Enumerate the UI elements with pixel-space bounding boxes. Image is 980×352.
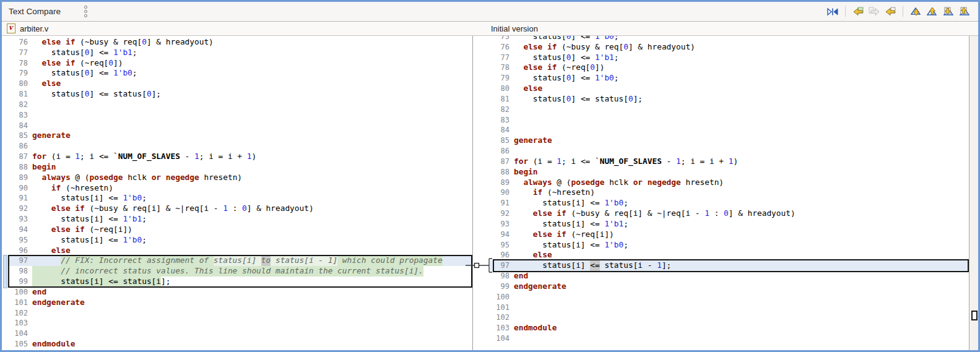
line-number: 79 [490, 73, 514, 84]
copy-change-right-to-left-icon[interactable] [882, 5, 898, 19]
code-line: 97 // FIX: Incorrect assignment of statu… [8, 255, 472, 266]
code-token: ; [132, 68, 137, 79]
code-token: ] & hreadyout) [628, 42, 695, 53]
code-line: 91 status[i] <= 1'b0; [490, 198, 969, 208]
code-line: 94 else if (~req[i]) [8, 225, 472, 235]
code-token: else [523, 84, 542, 94]
left-editor[interactable]: 76 else if (~busy & req[0] & hreadyout)7… [8, 36, 473, 351]
overview-ruler[interactable] [969, 36, 978, 351]
code-token: ; i = i + [681, 157, 729, 167]
pane-title-row: v arbiter.v Initial version [2, 22, 978, 36]
code-token: status[ [514, 94, 566, 105]
code-line: 104 [8, 328, 472, 339]
code-token: else if [51, 204, 85, 214]
code-line: 82 [8, 100, 472, 110]
line-number: 103 [8, 318, 32, 328]
code-token [643, 178, 648, 188]
copy-change-left-to-right-icon[interactable] [866, 5, 882, 19]
line-number: 83 [490, 115, 514, 126]
copy-all-right-to-left-icon[interactable] [850, 5, 866, 19]
code-token: posedge [89, 173, 123, 183]
code-token: ; [614, 36, 619, 42]
line-number: 99 [8, 277, 32, 287]
line-number: 85 [8, 131, 32, 141]
line-number: 86 [8, 141, 32, 152]
code-token: endgenerate [32, 298, 85, 308]
line-number: 84 [490, 125, 514, 135]
code-token: status[i] <= status[i [32, 277, 161, 287]
code-token: 0 [85, 89, 90, 100]
line-number: 101 [8, 298, 32, 308]
left-code-area[interactable]: 76 else if (~busy & req[0] & hreadyout)7… [8, 36, 472, 350]
code-token [32, 79, 41, 89]
line-number: 89 [8, 173, 32, 183]
code-token: status[i] <= [514, 198, 604, 208]
code-line: 100end [8, 287, 472, 298]
right-editor[interactable]: 75 status[0] <= 1'b0;76 else if (~busy &… [490, 36, 969, 351]
right-code-area[interactable]: 75 status[0] <= 1'b0;76 else if (~busy &… [490, 36, 969, 344]
toolbar-separator [845, 6, 846, 17]
code-token: status[ [32, 89, 85, 100]
code-token: status[ [32, 48, 85, 58]
code-token [514, 62, 523, 73]
code-line: 76 else if (~busy & req[0] & hreadyout) [8, 37, 472, 48]
next-difference-icon[interactable] [908, 5, 924, 19]
code-token: status[i] [514, 260, 590, 271]
code-token: 0 [628, 94, 633, 105]
overview-diff-marker[interactable] [971, 311, 978, 320]
code-line: 93 status[i] <= 1'b1; [8, 214, 472, 225]
code-line: 79 status[0] <= 1'b0; [490, 73, 969, 84]
line-number: 97 [8, 255, 32, 266]
code-token: for [514, 157, 528, 167]
code-token: 1'b0 [604, 240, 623, 251]
line-number: 102 [490, 312, 514, 323]
code-token: ] <= [89, 68, 113, 79]
code-token: 0 [147, 89, 152, 100]
code-token: ]) [595, 62, 604, 73]
code-line: 83 [490, 115, 969, 126]
line-number: 88 [8, 162, 32, 173]
left-annotation-ruler[interactable] [2, 36, 8, 351]
line-number: 102 [8, 308, 32, 319]
code-token: (i = [528, 157, 557, 167]
code-token: endmodule [514, 323, 557, 333]
swap-left-right-icon[interactable] [825, 5, 841, 19]
line-number: 83 [8, 110, 32, 121]
code-token: (~busy & req[i] & ~|req[i - [85, 204, 223, 214]
code-token: status[i - 1] [271, 255, 337, 266]
code-token: 0 [85, 48, 90, 58]
line-number: 77 [490, 53, 514, 63]
text-compare-window: { "header": { "title": "Text Compare", "… [0, 0, 980, 352]
code-token: end [32, 287, 46, 298]
code-token: NUM_OF_SLAVES [600, 157, 662, 167]
next-change-icon[interactable] [940, 5, 956, 19]
code-token: 0 [566, 73, 571, 84]
line-number: 87 [490, 157, 514, 167]
code-token: generate [514, 135, 552, 146]
line-number: 101 [490, 303, 514, 313]
copy-left-glyph [884, 7, 896, 17]
code-line: 78 else if (~req[0]) [490, 62, 969, 73]
code-token: ] <= [571, 73, 595, 84]
left-pane-title: v arbiter.v [7, 24, 48, 33]
compare-main: 76 else if (~busy & req[0] & hreadyout)7… [2, 36, 978, 351]
code-token: ]; [662, 260, 671, 271]
code-line: 101 [490, 303, 969, 313]
code-line: 82 [490, 105, 969, 115]
line-number: 100 [8, 287, 32, 298]
line-number: 79 [8, 68, 32, 79]
diff-annotation-marker[interactable] [3, 255, 7, 288]
code-token: 1 [676, 157, 681, 167]
previous-change-icon[interactable] [956, 5, 972, 19]
previous-difference-icon[interactable] [924, 5, 940, 19]
code-token: ; [142, 214, 147, 225]
code-token: ; [142, 235, 147, 246]
code-token: ) [252, 152, 257, 162]
view-menu-icon[interactable] [83, 4, 89, 19]
code-token [32, 58, 41, 69]
code-token: 1 [705, 208, 709, 219]
code-token: negedge [166, 173, 199, 183]
code-token: begin [32, 162, 56, 173]
code-token: 1'b0 [113, 68, 132, 79]
code-token: 0 [566, 53, 571, 63]
